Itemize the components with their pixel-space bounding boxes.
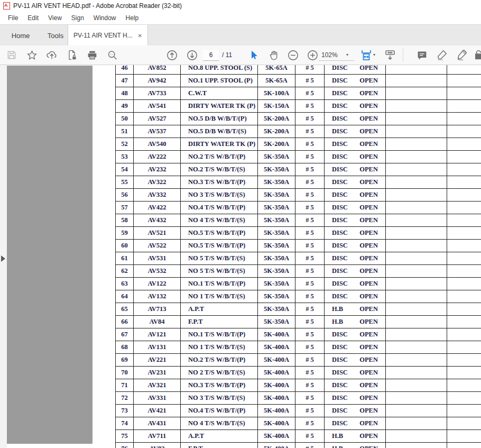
status-value: OPEN [359, 77, 378, 85]
tab-home[interactable]: Home [4, 25, 37, 46]
size: 5K-400A [258, 367, 295, 379]
class-mark: # 5 [295, 113, 325, 125]
size: 5K-350A [258, 240, 295, 252]
empty-cell [386, 290, 447, 303]
service-name: NO.2 T/S W/B/T/(P) [181, 354, 258, 366]
status-value: OPEN [359, 318, 378, 326]
valve-code: AV422 [134, 202, 181, 214]
fit-caret-icon[interactable]: ▾ [373, 52, 375, 57]
previous-page-icon[interactable] [165, 48, 179, 62]
empty-cell [386, 189, 447, 201]
zoom-caret-icon[interactable]: ▾ [346, 52, 348, 57]
tab-document[interactable]: PV-11 AIR VENT H... ✕ [68, 25, 148, 46]
class-mark: # 5 [295, 430, 325, 442]
zoom-in-icon[interactable] [306, 48, 319, 62]
size: 5K-350A [258, 202, 295, 214]
expand-panel-icon[interactable] [1, 255, 5, 262]
navigation-pane-strip[interactable] [0, 65, 7, 448]
status-value: OPEN [359, 280, 378, 288]
export-pdf-lock-icon[interactable] [65, 48, 79, 62]
comment-icon[interactable] [415, 48, 429, 62]
service-name: F.P.T [181, 316, 258, 328]
menu-help[interactable]: Help [121, 13, 144, 23]
protect-icon[interactable] [474, 48, 481, 62]
status-value: OPEN [359, 305, 378, 313]
type-value: DISC [332, 292, 348, 300]
menu-view[interactable]: View [43, 13, 67, 23]
class-mark: # 5 [295, 75, 325, 87]
fill-sign-icon[interactable] [455, 48, 468, 62]
type-value: DISC [332, 229, 348, 237]
service-name: NO 5 T/S W/B/T/(S) [181, 252, 258, 264]
service-name: A.P.T [181, 303, 258, 315]
type-value: DISC [332, 102, 348, 110]
class-mark: # 5 [295, 138, 325, 150]
hide-toolbar-icon[interactable] [383, 48, 397, 62]
status-value: OPEN [359, 102, 378, 110]
empty-cell [386, 125, 447, 138]
star-favorite-icon[interactable] [25, 48, 39, 62]
type-status: DISCOPEN [325, 75, 386, 87]
type-value: DISC [332, 166, 348, 173]
select-tool-icon[interactable] [247, 48, 261, 62]
empty-cell [447, 443, 481, 448]
empty-cell [447, 354, 481, 366]
zoom-out-icon[interactable] [286, 48, 300, 62]
zoom-underline [319, 60, 355, 61]
service-name: NO.3 T/S W/B/T/(P) [181, 379, 258, 391]
status-value: OPEN [359, 419, 378, 427]
class-mark: # 5 [295, 252, 325, 264]
table-row: 56AV332NO 3 T/S W/B/T/(S)5K-350A# 5DISCO… [116, 189, 481, 202]
highlight-icon[interactable] [435, 48, 449, 62]
cloud-upload-icon[interactable] [45, 48, 59, 62]
table-row: 58AV432NO 4 T/S W/B/T/(S)5K-350A# 5DISCO… [116, 214, 481, 227]
fit-width-icon[interactable] [359, 48, 373, 62]
search-icon[interactable] [105, 48, 119, 62]
print-icon[interactable] [85, 48, 99, 62]
empty-cell [386, 202, 447, 214]
tab-tools[interactable]: Tools [39, 25, 72, 46]
class-mark: # 5 [295, 65, 325, 74]
empty-cell [386, 367, 447, 379]
adobe-pdf-icon [3, 2, 10, 10]
type-value: DISC [332, 216, 348, 224]
tab-close-icon[interactable]: ✕ [138, 33, 142, 39]
next-page-icon[interactable] [185, 48, 199, 62]
menu-window[interactable]: Window [89, 13, 121, 23]
class-mark: # 5 [295, 240, 325, 252]
status-value: OPEN [359, 381, 378, 389]
valve-code: AV231 [134, 367, 181, 379]
size: 5K-350A [258, 176, 295, 188]
table-row: 68AV131NO 1 T/S W/B/T/(S)5K-400A# 5DISCO… [116, 341, 481, 354]
title-bar: PV-11 AIR VENT HEAD.pdf - Adobe Acrobat … [0, 0, 481, 12]
menu-edit[interactable]: Edit [23, 13, 43, 23]
size: 5K-200A [258, 113, 295, 125]
save-icon[interactable] [5, 48, 18, 62]
status-value: OPEN [359, 343, 378, 351]
status-value: OPEN [359, 254, 378, 262]
status-value: OPEN [359, 229, 378, 237]
size: 5K-350A [258, 189, 295, 201]
menu-file[interactable]: File [3, 13, 23, 23]
hand-tool-icon[interactable] [267, 48, 281, 62]
status-value: OPEN [359, 115, 378, 123]
empty-cell [447, 417, 481, 429]
type-status: DISCOPEN [325, 328, 386, 341]
status-value: OPEN [359, 166, 378, 173]
empty-cell [447, 290, 481, 303]
type-status: DISCOPEN [325, 379, 386, 391]
status-value: OPEN [359, 445, 378, 448]
size: 5K-350A [258, 265, 295, 277]
type-status: DISCOPEN [325, 151, 386, 163]
row-number: 58 [116, 214, 134, 226]
row-number: 76 [116, 443, 134, 448]
empty-cell [386, 443, 447, 448]
class-mark: # 5 [295, 379, 325, 391]
menu-sign[interactable]: Sign [67, 13, 89, 23]
page-number-input[interactable]: 6 [203, 50, 219, 61]
zoom-level-value[interactable]: 102% [321, 50, 338, 60]
valve-code: AV232 [134, 163, 181, 176]
valve-code: AV421 [134, 405, 181, 417]
type-value: DISC [332, 65, 348, 72]
type-status: DISCOPEN [325, 87, 386, 99]
